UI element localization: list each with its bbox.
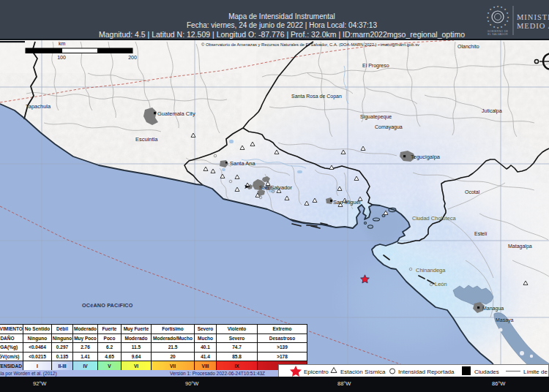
- svg-text:Estación Sísmica: Estación Sísmica: [340, 369, 386, 375]
- svg-text:Matagalpa: Matagalpa: [508, 244, 532, 249]
- svg-text:Managua: Managua: [482, 306, 504, 312]
- svg-text:San Miguel: San Miguel: [333, 199, 361, 206]
- svg-text:MINISTERIO: MINISTERIO: [517, 13, 549, 21]
- svg-text:★: ★: [496, 26, 498, 29]
- svg-text:★: ★: [486, 16, 488, 19]
- svg-text:Olanchito: Olanchito: [458, 44, 479, 49]
- svg-text:Siguatepeque: Siguatepeque: [360, 114, 392, 120]
- svg-text:Guatemala City: Guatemala City: [157, 110, 195, 117]
- svg-text:★: ★: [496, 5, 498, 8]
- svg-text:★: ★: [487, 12, 489, 15]
- svg-text:★: ★: [489, 8, 491, 11]
- svg-text:100: 100: [57, 55, 66, 60]
- svg-text:Estelí: Estelí: [474, 231, 488, 236]
- svg-text:León: León: [435, 281, 447, 287]
- svg-text:km: km: [59, 41, 66, 46]
- svg-text:Masaya: Masaya: [496, 317, 514, 323]
- svg-text:★: ★: [506, 12, 508, 15]
- svg-text:★: ★: [493, 6, 495, 9]
- svg-text:Epicentro: Epicentro: [304, 369, 329, 375]
- svg-text:Límite de: Límite de: [523, 369, 548, 375]
- svg-text:★: ★: [504, 23, 506, 26]
- svg-text:Santa Rosa de Copan: Santa Rosa de Copan: [291, 94, 342, 99]
- svg-text:★: ★: [489, 23, 491, 26]
- svg-text:Tegucigalpa: Tegucigalpa: [411, 154, 441, 160]
- svg-text:MEDIO AMBIE: MEDIO AMBIE: [517, 22, 549, 30]
- svg-text:Juticalpa: Juticalpa: [482, 108, 502, 114]
- svg-text:EL SALVADOR: EL SALVADOR: [488, 33, 508, 36]
- svg-text:★: ★: [506, 20, 508, 23]
- svg-text:★: ★: [493, 26, 495, 29]
- svg-text:Intensidad Reportada: Intensidad Reportada: [398, 369, 455, 375]
- svg-text:★: ★: [500, 6, 502, 9]
- svg-text:Escuintla: Escuintla: [135, 136, 158, 143]
- svg-text:OCéANO PACíFICO: OCéANO PACíFICO: [82, 302, 133, 309]
- svg-text:Ciudad Choluteca: Ciudad Choluteca: [412, 215, 456, 222]
- svg-text:Comayagua: Comayagua: [375, 124, 403, 130]
- svg-text:GOBIERNO DE: GOBIERNO DE: [488, 30, 509, 33]
- svg-text:San Salvador: San Salvador: [259, 184, 293, 191]
- svg-text:200: 200: [128, 55, 137, 60]
- svg-text:Tapachula: Tapachula: [26, 103, 51, 110]
- svg-text:★: ★: [500, 26, 502, 29]
- svg-text:© Observatorio de Amenazas y R: © Observatorio de Amenazas y Recursos Na…: [201, 42, 419, 47]
- svg-text:El Progreso: El Progreso: [362, 63, 389, 69]
- svg-text:Chinandega: Chinandega: [416, 267, 446, 274]
- svg-text:Ocotal: Ocotal: [465, 189, 480, 195]
- svg-text:★: ★: [487, 20, 489, 23]
- svg-text:★: ★: [504, 8, 506, 11]
- svg-text:Ciudades: Ciudades: [474, 369, 499, 375]
- svg-text:Santa Ana: Santa Ana: [230, 160, 255, 167]
- svg-text:★: ★: [507, 16, 509, 19]
